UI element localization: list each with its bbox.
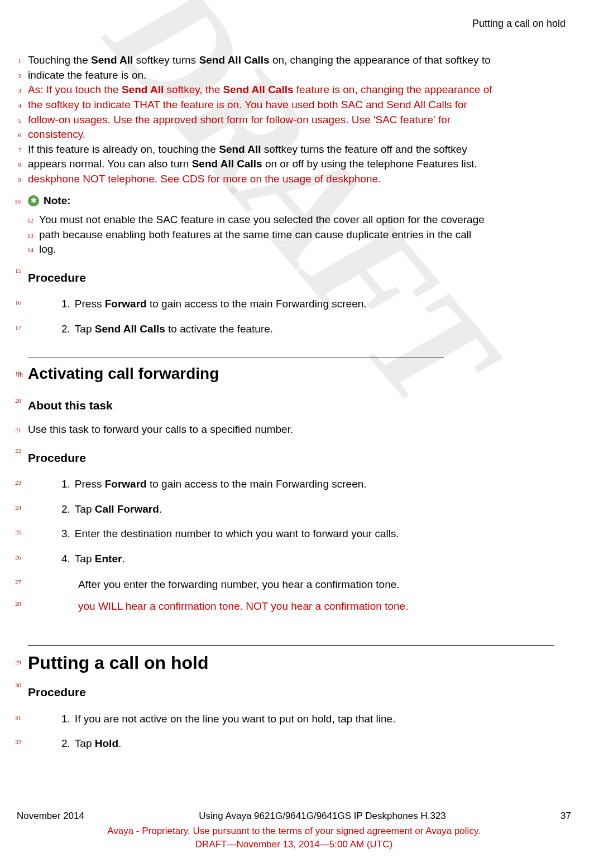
review-comment: follow-on usages. Use the approved short… <box>28 113 566 128</box>
note-text: You must not enable the SAC feature in c… <box>39 213 566 228</box>
step-result: After you enter the forwarding number, y… <box>78 577 566 592</box>
body-text: indicate the feature is on. <box>28 68 566 83</box>
about-heading: About this task <box>28 397 566 413</box>
review-comment: consistency. <box>28 127 566 142</box>
line-number: 28 <box>11 596 28 618</box>
body-text: If this feature is already on, touching … <box>28 142 566 157</box>
procedure-step: 1. Press Forward to gain access to the m… <box>61 297 566 312</box>
line-number: 16 <box>11 295 28 316</box>
line-number: 6 <box>11 127 28 142</box>
line-number: 15 <box>11 263 28 291</box>
line-number: 3 <box>11 83 28 98</box>
footer-draft-timestamp: DRAFT—November 13, 2014—5:00 AM (UTC) <box>11 838 577 851</box>
section-divider <box>28 645 554 646</box>
body-text: Use this task to forward your calls to a… <box>28 422 566 437</box>
line-number: 13 <box>11 228 39 243</box>
line-number: 9 <box>11 172 28 187</box>
line-number: 32 <box>11 734 28 756</box>
line-number: 10 <box>15 197 21 206</box>
line-number: 7 <box>11 142 28 157</box>
line-number: 31 <box>11 710 28 731</box>
note-icon <box>28 195 39 206</box>
line-number: 24 <box>11 500 28 522</box>
note-text: log. <box>39 242 566 257</box>
page-header-title: Putting a call on hold <box>11 17 566 31</box>
review-comment: the softkey to indicate THAT the feature… <box>28 98 566 113</box>
footer-date: November 2014 <box>17 809 84 823</box>
line-number: 20 <box>11 393 28 419</box>
procedure-step: 1. If you are not active on the line you… <box>61 712 566 727</box>
body-text: Touching the Send All softkey turns Send… <box>28 53 566 68</box>
procedure-step: 1. Press Forward to gain access to the m… <box>61 477 566 492</box>
page-footer: November 2014 Using Avaya 9621G/9641G/96… <box>11 809 577 851</box>
review-comment: As: If you touch the Send All softkey, t… <box>28 83 566 98</box>
line-number: 29 <box>11 650 28 678</box>
procedure-heading: Procedure <box>28 450 566 466</box>
procedure-step: 2. Tap Call Forward. <box>61 502 566 517</box>
line-number: 8 <box>11 157 28 172</box>
procedure-step: 2. Tap Hold. <box>61 736 566 751</box>
section-heading: Activating call forwarding <box>28 363 566 384</box>
line-number: 1 <box>11 53 28 68</box>
line-number: 4 <box>11 98 28 113</box>
section-divider <box>28 358 444 358</box>
line-number: 12 <box>11 213 39 228</box>
procedure-step: 3. Enter the destination number to which… <box>61 527 566 542</box>
note-text: path because enabling both features at t… <box>39 228 566 243</box>
note-label: Note: <box>44 194 71 209</box>
procedure-heading: Procedure <box>28 684 566 700</box>
line-number: 25 <box>11 524 28 546</box>
line-number: 2 <box>11 68 28 83</box>
line-number: 17 <box>11 320 28 341</box>
line-number: 18 <box>17 371 23 379</box>
review-comment: deskphone NOT telephone. See CDS for mor… <box>28 172 566 187</box>
procedure-step: 2. Tap Send All Calls to activate the fe… <box>61 322 566 337</box>
footer-center: Using Avaya 9621G/9641G/9641GS IP Deskph… <box>199 809 446 823</box>
page-number: 37 <box>560 809 571 823</box>
line-number: 21 <box>11 422 28 437</box>
footer-proprietary: Avaya - Proprietary. Use pursuant to the… <box>11 824 577 838</box>
body-text: appears normal. You can also turn Send A… <box>28 157 566 172</box>
line-number: 30 <box>11 677 28 706</box>
procedure-step: 4. Tap Enter. <box>61 552 566 567</box>
procedure-heading: Procedure <box>28 269 566 286</box>
line-number: 22 <box>11 443 28 471</box>
review-comment: you WILL hear a confirmation tone. NOT y… <box>78 599 566 614</box>
section-heading: Putting a call on hold <box>28 650 566 676</box>
line-number: 23 <box>11 475 28 496</box>
line-number: 5 <box>11 113 28 128</box>
line-number: 26 <box>11 549 28 571</box>
page-content: Putting a call on hold 1 Touching the Se… <box>11 17 566 756</box>
line-number: 27 <box>11 574 28 596</box>
line-number: 14 <box>11 242 39 257</box>
